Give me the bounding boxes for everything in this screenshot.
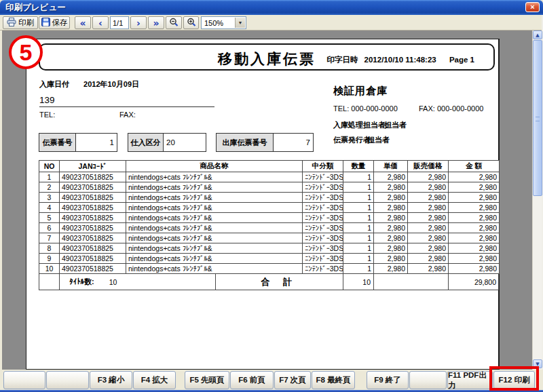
col-quantity: 数量 (343, 161, 374, 172)
table-cell: 2,980 (449, 223, 500, 233)
print-button[interactable]: 印刷 (3, 16, 38, 29)
scrollbar-thumb[interactable] (533, 40, 542, 196)
floppy-icon (41, 18, 50, 28)
f8-last-page-button[interactable]: F8 最終頁 (312, 371, 355, 389)
tel-label: TEL: (39, 111, 55, 119)
f5-first-page-button[interactable]: F5 先頭頁 (185, 371, 229, 389)
f4-enlarge-button[interactable]: F4 拡大 (133, 371, 176, 389)
table-cell: 1 (343, 233, 374, 243)
empty-button-3 (409, 371, 447, 389)
scroll-down-button[interactable]: ▼ (533, 359, 542, 368)
title-count-cell: ﾀｲﾄﾙ数: 10 (60, 274, 216, 290)
f11-pdf-output-button[interactable]: F11 PDF出力 (447, 371, 493, 389)
save-button[interactable]: 保存 (39, 16, 70, 29)
handler-label: 入庫処理担当者: (333, 120, 388, 130)
table-row: 54902370518825nintendogs+cats ﾌﾚﾝﾁﾌﾞﾙ&ﾆﾝ… (39, 213, 500, 223)
out-slip-number-box: 出庫伝票番号 7 (216, 133, 314, 152)
items-table-body: 14902370518825nintendogs+cats ﾌﾚﾝﾁﾌﾞﾙ&ﾆﾝ… (39, 172, 500, 274)
next-page-button[interactable]: › (130, 16, 147, 29)
table-cell: 2,980 (408, 233, 449, 243)
items-table: NO JANｺｰﾄﾞ 商品名称 中分類 数量 単価 販売価格 金 額 14902… (39, 160, 500, 274)
table-cell: 2,980 (374, 193, 408, 203)
last-page-button[interactable]: » (148, 16, 164, 29)
table-cell: 1 (343, 193, 374, 203)
next-page-icon: › (136, 18, 141, 28)
out-slip-number-label: 出庫伝票番号 (217, 134, 274, 151)
document-page: 移動入庫伝票 印字日時 2012/10/10 11:48:23 Page 1 入… (26, 39, 500, 370)
table-cell: nintendogs+cats ﾌﾚﾝﾁﾌﾞﾙ& (126, 243, 303, 254)
table-cell: 4 (39, 203, 60, 213)
chevron-down-icon[interactable]: ▼ (235, 18, 245, 28)
total-amount-cell: 29,800 (449, 274, 498, 290)
table-cell: 2,980 (449, 264, 500, 274)
table-cell: 5 (39, 213, 60, 223)
table-cell: 3 (39, 193, 60, 203)
table-cell: ﾆﾝﾃﾝﾄﾞｰ3DS (303, 243, 343, 254)
zoom-out-button[interactable] (166, 16, 182, 29)
window-title: 印刷プレビュー (5, 2, 66, 14)
printer-icon (7, 18, 16, 28)
f9-exit-button[interactable]: F9 終了 (367, 371, 409, 389)
table-cell: nintendogs+cats ﾌﾚﾝﾁﾌﾞﾙ& (126, 182, 303, 193)
table-cell: 2,980 (408, 182, 449, 193)
table-cell: 4902370518825 (60, 172, 126, 182)
source-code: 139 (39, 95, 55, 105)
table-cell: 2,980 (374, 172, 408, 182)
zoom-level-select[interactable]: 150% ▼ (201, 16, 246, 29)
f3-shrink-button[interactable]: F3 縮小 (90, 371, 132, 389)
col-no: NO (39, 161, 60, 172)
window-titlebar: 印刷プレビュー × (0, 0, 543, 15)
page-number: Page 1 (449, 56, 474, 64)
zoom-level-value: 150% (204, 19, 223, 27)
prev-page-button[interactable]: ‹ (92, 16, 109, 29)
warehouse-tel: TEL: 000-000-0000 (333, 104, 398, 113)
f7-next-page-button[interactable]: F7 次頁 (274, 371, 311, 389)
table-cell: 4902370518825 (60, 203, 126, 213)
table-row: 34902370518825nintendogs+cats ﾌﾚﾝﾁﾌﾞﾙ&ﾆﾝ… (39, 193, 500, 203)
table-cell: 2,980 (374, 233, 408, 243)
table-cell: 2,980 (408, 254, 449, 264)
total-label-cell: 合 計 (216, 274, 343, 290)
print-button-label: 印刷 (18, 18, 34, 28)
warehouse-fax: FAX: 000-000-0000 (419, 104, 483, 113)
zoom-in-icon (187, 18, 196, 28)
close-button[interactable]: × (525, 2, 540, 12)
table-row: 44902370518825nintendogs+cats ﾌﾚﾝﾁﾌﾞﾙ&ﾆﾝ… (39, 203, 500, 213)
f12-print-button[interactable]: F12 印刷 (493, 371, 535, 389)
table-cell: ﾆﾝﾃﾝﾄﾞｰ3DS (303, 264, 343, 274)
scroll-up-icon: ▲ (536, 33, 539, 38)
table-cell: nintendogs+cats ﾌﾚﾝﾁﾌﾞﾙ& (126, 193, 303, 203)
entry-date-label: 入庫日付 (39, 80, 69, 88)
table-row: 64902370518825nintendogs+cats ﾌﾚﾝﾁﾌﾞﾙ&ﾆﾝ… (39, 223, 500, 233)
f6-prev-page-button[interactable]: F6 前頁 (230, 371, 274, 389)
table-cell: 7 (39, 233, 60, 243)
out-slip-number-value: 7 (274, 134, 313, 151)
purchase-type-box: 仕入区分 20 (128, 133, 206, 152)
table-row: 24902370518825nintendogs+cats ﾌﾚﾝﾁﾌﾞﾙ&ﾆﾝ… (39, 182, 500, 193)
table-cell: ﾆﾝﾃﾝﾄﾞｰ3DS (303, 172, 343, 182)
table-cell: ﾆﾝﾃﾝﾄﾞｰ3DS (303, 203, 343, 213)
first-page-button[interactable]: « (75, 16, 91, 29)
zoom-in-button[interactable] (183, 16, 199, 29)
table-cell: ﾆﾝﾃﾝﾄﾞｰ3DS (303, 223, 343, 233)
table-cell: 4902370518825 (60, 264, 126, 274)
table-cell: 1 (343, 172, 374, 182)
table-row: 84902370518825nintendogs+cats ﾌﾚﾝﾁﾌﾞﾙ&ﾆﾝ… (39, 243, 500, 254)
table-cell: 4902370518825 (60, 182, 126, 193)
slip-number-box: 伝票番号 1 (39, 133, 117, 152)
prev-page-icon: ‹ (98, 18, 102, 28)
vertical-scrollbar[interactable]: ▲ ▼ (532, 31, 542, 370)
table-cell: 2,980 (449, 243, 500, 254)
footer-empty-cell (39, 274, 60, 290)
close-icon: × (530, 3, 534, 11)
warehouse-tel-value: 000-000-0000 (351, 104, 398, 113)
table-cell: 2,980 (408, 223, 449, 233)
scroll-up-button[interactable]: ▲ (533, 31, 542, 39)
table-cell: ﾆﾝﾃﾝﾄﾞｰ3DS (303, 213, 343, 223)
title-count-value: 10 (109, 278, 117, 286)
issuer-value: 担当者 (367, 135, 390, 145)
title-count-label: ﾀｲﾄﾙ数: (69, 277, 94, 287)
source-underline (39, 106, 214, 107)
page-indicator-field[interactable]: 1/1 (110, 16, 129, 29)
table-cell: 2,980 (408, 213, 449, 223)
